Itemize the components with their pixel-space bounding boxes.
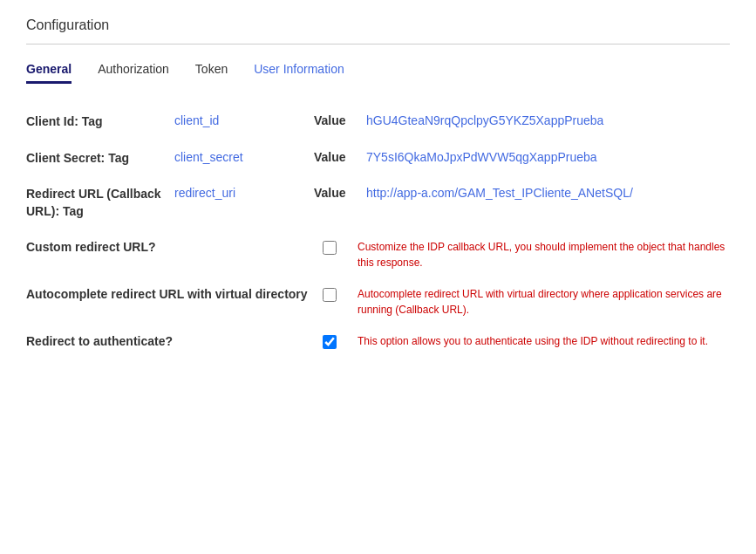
client-secret-tag: client_secret <box>174 150 314 164</box>
autocomplete-redirect-label: Autocomplete redirect URL with virtual d… <box>26 286 323 304</box>
client-secret-value: 7Y5sI6QkaMoJpxPdWVW5qgXappPrueba <box>366 150 730 164</box>
autocomplete-redirect-row: Autocomplete redirect URL with virtual d… <box>26 286 730 318</box>
client-id-value: hGU4GteaN9rqQpclpyG5YKZ5XappPrueba <box>366 113 730 127</box>
page-divider <box>26 44 730 44</box>
custom-redirect-desc: Customize the IDP callback URL, you shou… <box>358 239 730 270</box>
client-secret-label: Client Secret: Tag <box>26 150 174 168</box>
client-id-label: Client Id: Tag <box>26 113 174 131</box>
tab-authorization[interactable]: Authorization <box>98 62 169 84</box>
redirect-authenticate-desc: This option allows you to authenticate u… <box>358 333 730 349</box>
client-secret-value-label: Value <box>314 150 366 164</box>
client-id-row: Client Id: Tag client_id Value hGU4GteaN… <box>26 113 730 131</box>
redirect-url-row: Redirect URL (Callback URL): Tag redirec… <box>26 186 730 220</box>
client-id-tag: client_id <box>174 113 314 127</box>
autocomplete-redirect-checkbox[interactable] <box>323 288 337 302</box>
redirect-url-label: Redirect URL (Callback URL): Tag <box>26 186 174 220</box>
custom-redirect-checkbox-wrap <box>323 239 358 255</box>
redirect-authenticate-checkbox[interactable] <box>323 335 337 349</box>
tab-bar: General Authorization Token User Informa… <box>26 62 730 84</box>
client-id-value-label: Value <box>314 113 366 127</box>
client-secret-row: Client Secret: Tag client_secret Value 7… <box>26 150 730 168</box>
tab-content: Client Id: Tag client_id Value hGU4GteaN… <box>26 105 730 375</box>
tab-user-information[interactable]: User Information <box>254 62 344 84</box>
custom-redirect-label: Custom redirect URL? <box>26 239 323 256</box>
redirect-url-value-label: Value <box>314 186 366 200</box>
tab-token[interactable]: Token <box>195 62 228 84</box>
custom-redirect-checkbox[interactable] <box>323 241 337 255</box>
autocomplete-redirect-desc: Autocomplete redirect URL with virtual d… <box>358 286 730 318</box>
autocomplete-redirect-checkbox-wrap <box>323 286 358 302</box>
custom-redirect-row: Custom redirect URL? Customize the IDP c… <box>26 239 730 270</box>
redirect-url-value: http://app-a.com/GAM_Test_IPCliente_ANet… <box>366 186 730 200</box>
redirect-authenticate-label: Redirect to authenticate? <box>26 333 323 351</box>
redirect-url-tag: redirect_uri <box>174 186 314 200</box>
page-title: Configuration <box>26 17 730 33</box>
tab-general[interactable]: General <box>26 62 72 84</box>
redirect-authenticate-row: Redirect to authenticate? This option al… <box>26 333 730 351</box>
redirect-authenticate-checkbox-wrap <box>323 333 358 349</box>
